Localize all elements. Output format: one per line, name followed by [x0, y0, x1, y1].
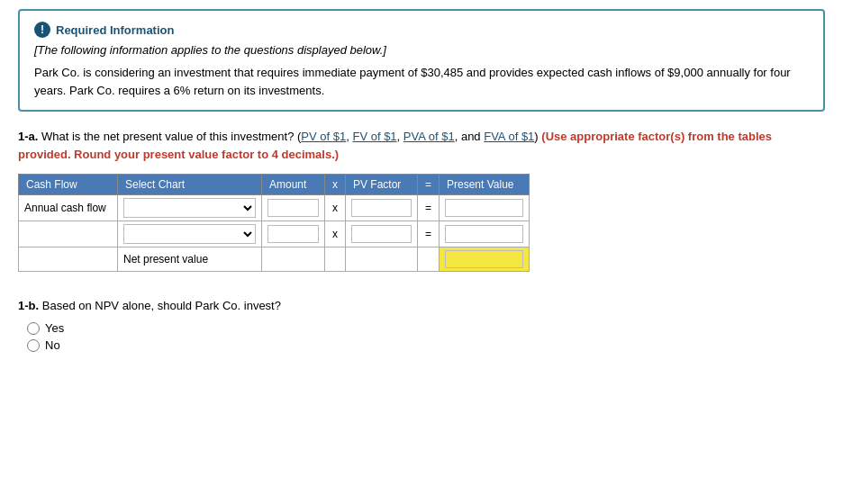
- cell-amount-1[interactable]: [262, 195, 325, 221]
- cell-amount-2[interactable]: [262, 221, 325, 248]
- radio-no-text: No: [45, 338, 60, 352]
- pv-factor-input-2[interactable]: [351, 225, 412, 243]
- header-equals: =: [418, 175, 440, 195]
- radio-group-1b: Yes No: [27, 321, 825, 352]
- header-x: x: [325, 175, 346, 195]
- header-pv-factor: PV Factor: [346, 175, 418, 195]
- amount-input-1[interactable]: [267, 199, 319, 217]
- link-fva[interactable]: FVA of $1: [484, 130, 534, 143]
- cell-x-npv: [325, 248, 346, 272]
- header-cash-flow: Cash Flow: [19, 175, 118, 195]
- table-row: Annual cash flow PV of $1 FV of $1 PVA o…: [19, 195, 530, 221]
- present-value-input-1[interactable]: [445, 199, 523, 217]
- header-select-chart: Select Chart: [118, 175, 262, 195]
- link-pv[interactable]: PV of $1: [301, 130, 346, 143]
- radio-no[interactable]: [27, 339, 40, 352]
- cell-pv-factor-2[interactable]: [346, 221, 418, 248]
- cell-present-value-1[interactable]: [440, 195, 530, 221]
- cell-npv-value[interactable]: [440, 248, 530, 272]
- cell-x-2: x: [325, 221, 346, 248]
- radio-no-label[interactable]: No: [27, 338, 825, 352]
- table-section: Cash Flow Select Chart Amount x PV Facto…: [18, 174, 825, 272]
- question-1a-bold: 1-a.: [18, 130, 38, 143]
- required-info-header: ! Required Information: [34, 22, 809, 38]
- amount-input-2[interactable]: [267, 225, 319, 243]
- select-chart-1[interactable]: PV of $1 FV of $1 PVA of $1 FVA of $1: [123, 198, 256, 218]
- info-icon: !: [34, 22, 50, 38]
- link-pva[interactable]: PVA of $1: [403, 130, 455, 143]
- table-row: PV of $1 FV of $1 PVA of $1 FVA of $1 x …: [19, 221, 530, 248]
- cell-net-pv-label: Net present value: [118, 248, 262, 272]
- table-row-npv: Net present value: [19, 248, 530, 272]
- cell-cash-flow-npv: [19, 248, 118, 272]
- cell-select-chart-2[interactable]: PV of $1 FV of $1 PVA of $1 FVA of $1: [118, 221, 262, 248]
- required-info-note: [The following information applies to th…: [34, 43, 809, 57]
- present-value-input-2[interactable]: [445, 225, 523, 243]
- cell-pv-factor-npv: [346, 248, 418, 272]
- cell-x-1: x: [325, 195, 346, 221]
- question-1b-text: Based on NPV alone, should Park Co. inve…: [42, 299, 281, 312]
- question-1a-label: 1-a. What is the net present value of th…: [18, 128, 825, 163]
- cell-equals-2: =: [418, 221, 440, 248]
- header-amount: Amount: [262, 175, 325, 195]
- cell-cash-flow-1: Annual cash flow: [19, 195, 118, 221]
- radio-yes-label[interactable]: Yes: [27, 321, 825, 335]
- select-chart-2[interactable]: PV of $1 FV of $1 PVA of $1 FVA of $1: [123, 224, 256, 244]
- required-info-title: Required Information: [56, 23, 174, 37]
- npv-table: Cash Flow Select Chart Amount x PV Facto…: [18, 174, 530, 272]
- question-1b-label: 1-b. Based on NPV alone, should Park Co.…: [18, 299, 825, 312]
- npv-input[interactable]: [445, 250, 523, 268]
- radio-yes-text: Yes: [45, 321, 64, 335]
- cell-cash-flow-2: [19, 221, 118, 248]
- cell-present-value-2[interactable]: [440, 221, 530, 248]
- header-present-value: Present Value: [440, 175, 530, 195]
- section-1b: 1-b. Based on NPV alone, should Park Co.…: [18, 299, 825, 352]
- cell-pv-factor-1[interactable]: [346, 195, 418, 221]
- required-info-box: ! Required Information [The following in…: [18, 9, 825, 112]
- link-fv[interactable]: FV of $1: [352, 130, 396, 143]
- cell-select-chart-1[interactable]: PV of $1 FV of $1 PVA of $1 FVA of $1: [118, 195, 262, 221]
- required-info-body: Park Co. is considering an investment th…: [34, 64, 809, 99]
- cell-equals-1: =: [418, 195, 440, 221]
- question-1b-bold: 1-b.: [18, 299, 39, 312]
- pv-factor-input-1[interactable]: [351, 199, 412, 217]
- cell-amount-npv: [262, 248, 325, 272]
- cell-equals-npv: [418, 248, 440, 272]
- net-present-value-label: Net present value: [123, 253, 208, 266]
- radio-yes[interactable]: [27, 322, 40, 335]
